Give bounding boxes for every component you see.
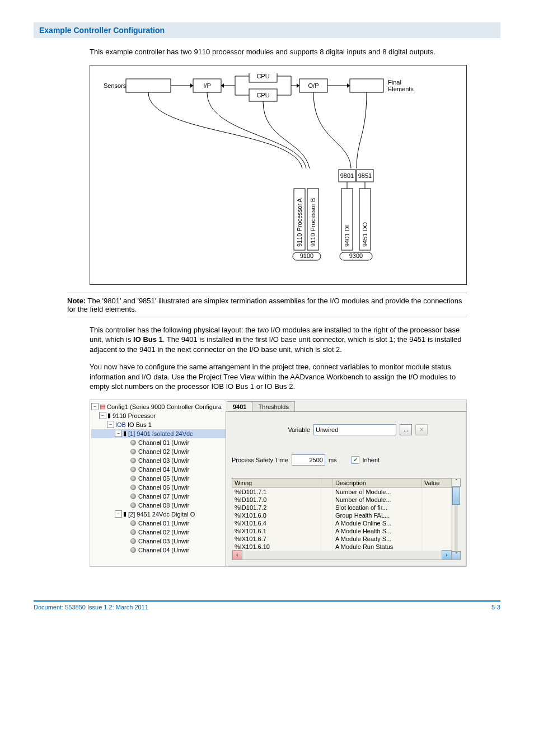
inherit-checkbox[interactable]: ✔ — [352, 456, 359, 464]
channel-icon — [130, 485, 136, 490]
intro-paragraph: This example controller has two 9110 pro… — [90, 47, 467, 57]
table-row[interactable]: %ID101.7.2Slot location of fir... — [232, 504, 452, 511]
cursor-icon: ↖ — [157, 440, 162, 447]
tree-channel[interactable]: Channel 06 (Unwir — [138, 484, 189, 491]
tree-channel[interactable]: Channel 02 (Unwir — [138, 529, 189, 536]
collapse-icon[interactable]: − — [115, 510, 122, 518]
channel-icon — [130, 467, 136, 472]
pst-input[interactable] — [292, 454, 325, 466]
footer-page: 5-3 — [491, 604, 500, 611]
pst-unit: ms — [329, 457, 337, 463]
tree-channel[interactable]: Channel 01 (Unwir — [138, 520, 189, 527]
tree-channel[interactable]: Channel 03 (Unwir — [138, 457, 189, 464]
module-icon: ▮ — [123, 510, 127, 518]
channel-icon — [130, 547, 136, 553]
svg-text:9110 Processor B: 9110 Processor B — [310, 198, 316, 246]
collapse-icon[interactable]: − — [115, 430, 122, 437]
scroll-left-icon[interactable]: ‹ — [232, 550, 242, 560]
svg-marker-13 — [297, 83, 299, 88]
tree-root[interactable]: Config1 (Series 9000 Controller Configur… — [107, 403, 222, 410]
svg-text:9300: 9300 — [349, 252, 363, 259]
svg-text:CPU: CPU — [256, 92, 269, 98]
table-row[interactable]: %ID101.7.1Number of Module... — [232, 488, 452, 496]
col-value[interactable]: Value — [422, 478, 452, 488]
svg-text:CPU: CPU — [256, 73, 269, 79]
svg-rect-0 — [126, 79, 171, 92]
tree-module-9451[interactable]: [2] 9451 24Vdc Digital O — [128, 511, 195, 518]
tab-thresholds[interactable]: Thresholds — [252, 401, 294, 411]
tree-channel[interactable]: Channel 07 (Unwir — [138, 493, 189, 500]
tree-processor[interactable]: 9110 Processor — [113, 412, 156, 419]
note-text: The '9801' and '9851' illustrated are si… — [67, 297, 462, 313]
collapse-icon[interactable]: − — [99, 412, 106, 419]
channel-icon — [130, 520, 136, 526]
tree-bus[interactable]: IO Bus 1 — [128, 421, 152, 428]
diagram-op-label: O/P — [308, 82, 319, 89]
svg-marker-11 — [190, 83, 193, 88]
col-desc[interactable]: Description — [333, 478, 422, 488]
diagram-ip-label: I/P — [203, 82, 210, 89]
scroll-right-icon[interactable]: › — [442, 550, 452, 560]
tree-channel[interactable]: Channel 05 (Unwir — [138, 475, 189, 482]
channel-icon — [130, 503, 136, 508]
processor-icon: ▮ — [107, 412, 111, 419]
tree-channel[interactable]: Channel 03 (Unwir — [138, 538, 189, 544]
note-block: Note: The '9801' and '9851' illustrated … — [67, 293, 467, 317]
svg-marker-12 — [221, 83, 224, 88]
col-wiring[interactable]: Wiring — [232, 478, 321, 488]
channel-icon — [130, 458, 136, 463]
svg-marker-15 — [347, 83, 350, 88]
tree-channel[interactable]: Channel 01 (Unwir — [138, 439, 189, 446]
diagram-sensors-label-side: Sensors — [104, 82, 127, 89]
channel-icon — [130, 529, 136, 535]
wiring-grid[interactable]: Wiring Description Value %ID101.7.1Numbe… — [232, 478, 452, 560]
scroll-up-icon[interactable]: ˄ — [452, 478, 461, 487]
variable-label: Variable — [243, 426, 310, 433]
horizontal-scrollbar[interactable]: ‹ › — [232, 551, 452, 560]
tree-channel[interactable]: Channel 02 (Unwir — [138, 448, 189, 455]
vertical-scrollbar[interactable]: ˄ ˅ — [452, 478, 460, 560]
collapse-icon[interactable]: − — [107, 421, 114, 428]
browse-button[interactable]: ... — [400, 424, 412, 435]
svg-text:Elements: Elements — [388, 86, 414, 92]
scroll-down-icon[interactable]: ˅ — [452, 551, 461, 560]
channel-icon — [130, 440, 136, 445]
table-row[interactable]: %IX101.6.1A Module Health S... — [232, 527, 452, 535]
layout-paragraph: This controller has the following physic… — [90, 325, 467, 355]
tree-module-9401[interactable]: [1] 9401 Isolated 24Vdc — [128, 430, 193, 437]
table-row[interactable]: %IX101.6.7A Module Ready S... — [232, 535, 452, 543]
channel-icon — [130, 494, 136, 499]
svg-text:9851: 9851 — [358, 172, 372, 179]
configure-paragraph: You now have to configure the same arran… — [90, 362, 467, 392]
module-icon: ▮ — [123, 430, 127, 437]
channel-icon — [130, 476, 136, 481]
tree-channel[interactable]: Channel 04 (Unwir — [138, 466, 189, 473]
block-diagram: Sensors I/P CPU CPU O/P Final Elements — [90, 65, 467, 285]
tree-channel[interactable]: Channel 04 (Unwir — [138, 547, 189, 553]
svg-text:9100: 9100 — [300, 252, 313, 259]
config-icon: ▤ — [100, 403, 105, 410]
tree-channel[interactable]: Channel 08 (Unwir — [138, 502, 189, 509]
collapse-icon[interactable]: − — [91, 403, 99, 410]
pst-label: Process Safety Time — [232, 457, 288, 463]
channel-icon — [130, 449, 136, 454]
table-row[interactable]: %IX101.6.10A Module Run Status — [232, 543, 452, 551]
table-row[interactable]: %ID101.7.0Number of Module... — [232, 496, 452, 504]
tab-9401[interactable]: 9401 — [227, 401, 252, 411]
svg-text:9801: 9801 — [340, 172, 354, 179]
project-tree[interactable]: − ▤ Config1 (Series 9000 Controller Conf… — [90, 400, 226, 566]
svg-text:9110 Processor A: 9110 Processor A — [296, 198, 303, 246]
svg-rect-7 — [350, 79, 383, 92]
note-label: Note: — [67, 297, 86, 305]
variable-input[interactable] — [313, 424, 396, 435]
channel-icon — [130, 538, 136, 544]
section-heading: Example Controller Configuration — [34, 22, 500, 38]
table-row[interactable]: %IX101.6.4A Module Online S... — [232, 519, 452, 527]
tree-bus-prefix: IOB — [115, 421, 126, 428]
clear-button: ✕ — [415, 424, 428, 435]
svg-text:Final: Final — [388, 79, 401, 86]
workbench-screenshot: − ▤ Config1 (Series 9000 Controller Conf… — [90, 400, 467, 567]
property-pane: 9401 Thresholds Variable ... ✕ Process S… — [226, 400, 466, 566]
table-row[interactable]: %IX101.6.0Group Health FAL... — [232, 511, 452, 519]
svg-text:9451 DO: 9451 DO — [362, 222, 368, 246]
